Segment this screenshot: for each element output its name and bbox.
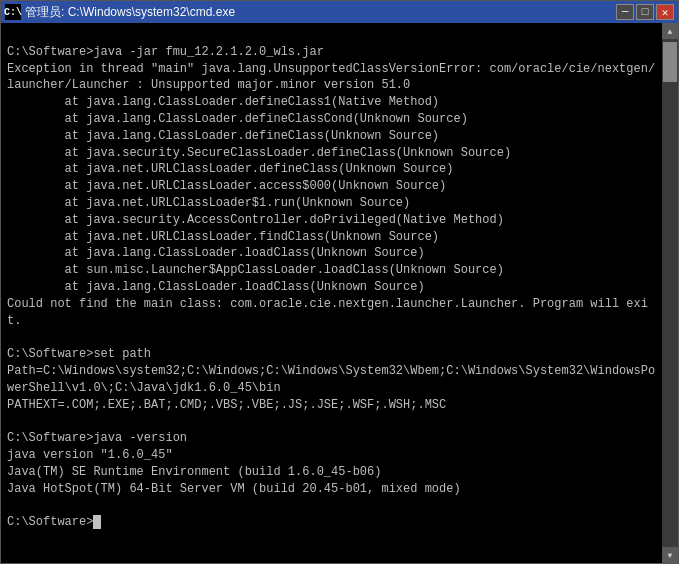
scrollbar-thumb[interactable] bbox=[663, 42, 677, 82]
maximize-button[interactable]: □ bbox=[636, 4, 654, 20]
cmd-window: C:\ 管理员: C:\Windows\system32\cmd.exe ─ □… bbox=[0, 0, 679, 564]
scroll-down-button[interactable]: ▼ bbox=[662, 547, 678, 563]
scroll-up-button[interactable]: ▲ bbox=[662, 23, 678, 39]
title-bar: C:\ 管理员: C:\Windows\system32\cmd.exe ─ □… bbox=[1, 1, 678, 23]
scrollbar-track[interactable] bbox=[662, 39, 678, 547]
scrollbar[interactable]: ▲ ▼ bbox=[662, 23, 678, 563]
close-button[interactable]: ✕ bbox=[656, 4, 674, 20]
title-bar-left: C:\ 管理员: C:\Windows\system32\cmd.exe bbox=[5, 4, 235, 21]
minimize-button[interactable]: ─ bbox=[616, 4, 634, 20]
console-area: C:\Software>java -jar fmu_12.2.1.2.0_wls… bbox=[1, 23, 678, 563]
window-title: 管理员: C:\Windows\system32\cmd.exe bbox=[25, 4, 235, 21]
cmd-icon: C:\ bbox=[5, 4, 21, 20]
window-controls: ─ □ ✕ bbox=[616, 4, 674, 20]
console-output[interactable]: C:\Software>java -jar fmu_12.2.1.2.0_wls… bbox=[1, 23, 662, 563]
